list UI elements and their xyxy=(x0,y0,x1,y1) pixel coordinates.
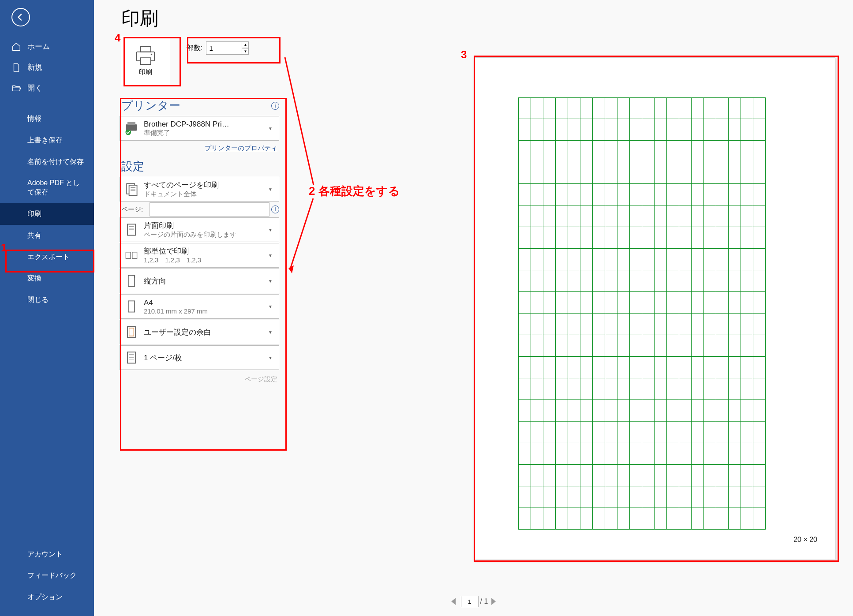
annotation-4: 4 xyxy=(115,32,120,44)
preview-pager: / 1 xyxy=(448,596,500,607)
sidebar-share[interactable]: 共有 xyxy=(0,225,94,246)
svg-point-3 xyxy=(151,53,152,55)
svg-rect-5 xyxy=(127,122,135,125)
home-icon xyxy=(11,42,21,52)
printer-name: Brother DCP-J988N Pri… xyxy=(144,120,268,129)
back-button[interactable] xyxy=(11,8,30,26)
svg-rect-21 xyxy=(129,328,134,336)
pager-prev[interactable] xyxy=(451,598,456,605)
pager-total: / 1 xyxy=(480,597,488,605)
sidebar-home[interactable]: ホーム xyxy=(0,36,94,57)
print-preview: 20 × 20 xyxy=(474,57,835,560)
pager-current[interactable] xyxy=(461,596,479,607)
printer-selector[interactable]: Brother DCP-J988N Pri… 準備完了 ▼ xyxy=(120,116,279,141)
pager-next[interactable] xyxy=(491,598,496,605)
print-main: 印刷 印刷 部数: ▲ ▼ プリンター i Brother DCP-J988N … xyxy=(94,0,853,616)
copies-up[interactable]: ▲ xyxy=(242,41,249,48)
copies-input[interactable] xyxy=(206,41,242,55)
file-icon xyxy=(11,63,21,72)
chevron-down-icon: ▼ xyxy=(268,228,275,232)
arrow-left-icon xyxy=(16,12,26,22)
print-button[interactable]: 印刷 xyxy=(121,36,170,85)
paper-size-icon xyxy=(123,299,139,314)
svg-point-6 xyxy=(126,130,131,135)
sidebar-print[interactable]: 印刷 xyxy=(0,203,94,225)
printer-icon xyxy=(134,45,157,66)
svg-rect-19 xyxy=(128,301,135,312)
annotation-1: 1 xyxy=(1,242,7,254)
info-icon[interactable]: i xyxy=(271,102,279,110)
svg-rect-8 xyxy=(129,185,137,195)
sidebar-export[interactable]: エクスポート xyxy=(0,246,94,268)
setting-margins-l1: ユーザー設定の余白 xyxy=(144,327,268,337)
settings-panel: プリンター i Brother DCP-J988N Pri… 準備完了 ▼ プリ… xyxy=(120,98,279,384)
setting-orient-l1: 縦方向 xyxy=(144,276,268,286)
svg-rect-16 xyxy=(126,252,131,258)
sidebar-new-label: 新規 xyxy=(27,62,42,72)
svg-rect-0 xyxy=(140,46,151,52)
pages-label: ページ: xyxy=(120,205,150,214)
sidebar-save[interactable]: 上書き保存 xyxy=(0,130,94,151)
printer-ready-icon xyxy=(123,120,139,136)
margins-icon xyxy=(123,324,139,340)
setting-margins[interactable]: ユーザー設定の余白 ▼ xyxy=(120,320,279,344)
chevron-down-icon: ▼ xyxy=(268,253,275,258)
setting-orientation[interactable]: 縦方向 ▼ xyxy=(120,269,279,293)
sidebar-open[interactable]: 開く xyxy=(0,78,94,98)
chevron-down-icon: ▼ xyxy=(268,304,275,309)
sidebar-info[interactable]: 情報 xyxy=(0,108,94,130)
sidebar-open-label: 開く xyxy=(27,83,42,93)
portrait-icon xyxy=(123,273,139,289)
sidebar-account[interactable]: アカウント xyxy=(0,544,94,565)
sidebar-top-group: ホーム 新規 開く xyxy=(0,36,94,98)
info-icon[interactable]: i xyxy=(271,205,279,213)
printer-status: 準備完了 xyxy=(144,129,268,137)
sidebar-adobe-pdf[interactable]: Adobe PDF として保存 xyxy=(0,172,94,203)
chevron-down-icon: ▼ xyxy=(268,187,275,192)
setting-print-range[interactable]: すべてのページを印刷ドキュメント全体 ▼ xyxy=(120,177,279,202)
copies-group: 部数: ▲ ▼ xyxy=(187,41,249,55)
sidebar-close[interactable]: 閉じる xyxy=(0,289,94,311)
settings-heading-text: 設定 xyxy=(121,159,144,174)
setting-sides[interactable]: 片面印刷ページの片面のみを印刷します ▼ xyxy=(120,217,279,242)
chevron-down-icon: ▼ xyxy=(268,126,275,131)
copies-label: 部数: xyxy=(187,44,202,53)
pages-icon xyxy=(123,181,139,197)
setting-size-l2: 210.01 mm x 297 mm xyxy=(144,307,268,315)
single-side-icon xyxy=(123,222,139,238)
page-setup-link[interactable]: ページ設定 xyxy=(120,371,279,384)
sidebar-saveas[interactable]: 名前を付けて保存 xyxy=(0,151,94,173)
setting-sides-l1: 片面印刷 xyxy=(144,220,268,231)
grid-dimensions: 20 × 20 xyxy=(793,536,817,544)
sidebar-feedback[interactable]: フィードバック xyxy=(0,565,94,586)
annotation-2: 2 各種設定をする xyxy=(309,183,400,199)
setting-collate[interactable]: 部単位で印刷1,2,3 1,2,3 1,2,3 ▼ xyxy=(120,243,279,268)
printer-props-link[interactable]: プリンターのプロパティ xyxy=(205,144,277,152)
setting-range-l1: すべてのページを印刷 xyxy=(144,180,268,190)
print-button-label: 印刷 xyxy=(139,68,152,76)
setting-collate-l1: 部単位で印刷 xyxy=(144,246,268,256)
copies-down[interactable]: ▼ xyxy=(242,48,249,55)
backstage-sidebar: ホーム 新規 開く 情報 上書き保存 名前を付けて保存 Adobe PDF とし… xyxy=(0,0,94,616)
setting-size-l1: A4 xyxy=(144,299,268,307)
page-title: 印刷 xyxy=(121,6,158,31)
sidebar-new[interactable]: 新規 xyxy=(0,57,94,78)
per-sheet-icon xyxy=(123,350,139,366)
printer-heading: プリンター i xyxy=(121,98,279,113)
pages-input[interactable] xyxy=(150,202,269,217)
chevron-down-icon: ▼ xyxy=(268,279,275,284)
svg-rect-18 xyxy=(128,275,135,286)
sidebar-transform[interactable]: 変換 xyxy=(0,268,94,289)
sidebar-options[interactable]: オプション xyxy=(0,586,94,608)
setting-range-l2: ドキュメント全体 xyxy=(144,190,268,198)
sidebar-bottom-group: アカウント フィードバック オプション xyxy=(0,544,94,608)
sidebar-home-label: ホーム xyxy=(27,41,50,52)
chevron-down-icon: ▼ xyxy=(268,355,275,360)
svg-rect-17 xyxy=(132,252,137,258)
setting-per-sheet[interactable]: 1 ページ/枚 ▼ xyxy=(120,345,279,370)
chevron-down-icon: ▼ xyxy=(268,330,275,335)
setting-paper-size[interactable]: A4210.01 mm x 297 mm ▼ xyxy=(120,294,279,319)
printer-heading-text: プリンター xyxy=(121,98,180,113)
collate-icon xyxy=(123,247,139,263)
pages-row: ページ: i xyxy=(120,202,279,217)
